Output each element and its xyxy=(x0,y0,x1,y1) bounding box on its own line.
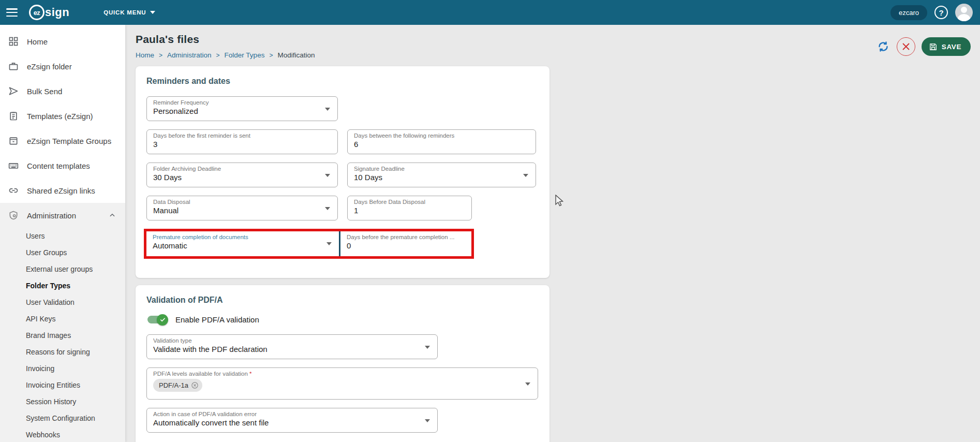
field-label: PDF/A levels available for validation * xyxy=(153,371,522,377)
chevron-down-icon xyxy=(525,382,530,386)
save-icon xyxy=(929,42,938,51)
sidebar-item-shared-links[interactable]: Shared eZsign links xyxy=(0,178,125,203)
refresh-button[interactable] xyxy=(876,39,890,54)
sidebar-item-label: Administration xyxy=(27,211,76,220)
main-content: Paula's files Home > Administration > Fo… xyxy=(125,25,980,442)
field-value: 3 xyxy=(153,140,331,149)
sidebar-item-users[interactable]: Users xyxy=(0,228,125,244)
sidebar-item-label: Content templates xyxy=(27,161,90,170)
toggle-knob xyxy=(157,314,168,326)
remove-chip-icon[interactable] xyxy=(191,381,199,389)
save-button[interactable]: SAVE xyxy=(922,37,971,56)
breadcrumb-separator: > xyxy=(269,52,273,59)
required-asterisk: * xyxy=(249,371,251,377)
quick-menu-button[interactable]: QUICK MENU xyxy=(103,9,155,16)
keyboard-icon xyxy=(8,160,19,171)
validation-type-select[interactable]: Validation type Validate with the PDF de… xyxy=(146,334,438,359)
field-value: 10 Days xyxy=(354,173,520,182)
page-actions: SAVE xyxy=(876,37,971,56)
sidebar-item-reasons-for-signing[interactable]: Reasons for signing xyxy=(0,344,125,360)
sidebar-item-bulk-send[interactable]: Bulk Send xyxy=(0,79,125,104)
sidebar-item-brand-images[interactable]: Brand Images xyxy=(0,327,125,344)
field-value: 30 Days xyxy=(153,173,322,182)
sidebar-item-user-groups[interactable]: User Groups xyxy=(0,244,125,261)
sidebar-item-templates[interactable]: Templates (eZsign) xyxy=(0,104,125,128)
field-label: Data Disposal xyxy=(153,199,322,205)
folder-archiving-deadline-select[interactable]: Folder Archiving Deadline 30 Days xyxy=(146,163,338,187)
field-value: 1 xyxy=(354,206,465,215)
field-label: Validation type xyxy=(153,337,422,344)
premature-completion-select[interactable]: Premature completion of documents Automa… xyxy=(146,231,339,256)
chevron-down-icon xyxy=(425,419,430,422)
sidebar-item-administration[interactable]: Administration xyxy=(0,203,125,228)
sidebar-item-home[interactable]: Home xyxy=(0,29,125,54)
sidebar-item-template-groups[interactable]: eZsign Template Groups xyxy=(0,128,125,153)
pdfa-error-action-select[interactable]: Action in case of PDF/A validation error… xyxy=(146,408,438,433)
logo-circle: ez xyxy=(29,5,44,20)
signature-deadline-select[interactable]: Signature Deadline 10 Days xyxy=(347,163,536,187)
sidebar-item-user-validation[interactable]: User Validation xyxy=(0,294,125,311)
sidebar-item-api-keys[interactable]: API Keys xyxy=(0,311,125,327)
chip-label: PDF/A-1a xyxy=(159,381,188,389)
chevron-down-icon xyxy=(425,346,430,349)
field-value: Personalized xyxy=(153,107,322,115)
days-between-reminders-input[interactable]: Days between the following reminders 6 xyxy=(347,129,536,154)
days-first-reminder-input[interactable]: Days before the first reminder is sent 3 xyxy=(146,129,338,154)
pdfa-card-title: Validation of PDF/A xyxy=(146,296,538,305)
sidebar-item-invoicing-entities[interactable]: Invoicing Entities xyxy=(0,377,125,393)
field-label: Premature completion of documents xyxy=(153,234,323,240)
sidebar-item-session-history[interactable]: Session History xyxy=(0,393,125,410)
sidebar-item-system-configuration[interactable]: System Configuration xyxy=(0,410,125,426)
sidebar-item-external-user-groups[interactable]: External user groups xyxy=(0,261,125,277)
field-label: Reminder Frequency xyxy=(153,99,322,106)
chevron-down-icon xyxy=(325,174,330,177)
reminder-frequency-select[interactable]: Reminder Frequency Personalized xyxy=(146,96,338,121)
breadcrumb-administration[interactable]: Administration xyxy=(167,51,212,59)
sidebar-item-folder-types[interactable]: Folder Types xyxy=(0,277,125,294)
hamburger-menu-icon[interactable] xyxy=(6,8,18,17)
link-icon xyxy=(8,185,19,196)
breadcrumb-folder-types[interactable]: Folder Types xyxy=(225,51,265,59)
chevron-up-icon xyxy=(109,212,116,219)
sidebar-item-label: Templates (eZsign) xyxy=(27,112,93,121)
help-icon[interactable]: ? xyxy=(934,6,948,19)
chevron-down-icon xyxy=(150,11,155,14)
breadcrumb-separator: > xyxy=(159,52,162,59)
pdfa-levels-select[interactable]: PDF/A levels available for validation * … xyxy=(146,367,538,400)
pdfa-level-chip[interactable]: PDF/A-1a xyxy=(153,379,202,392)
field-label: Signature Deadline xyxy=(354,166,520,172)
sidebar-item-invoicing[interactable]: Invoicing xyxy=(0,360,125,377)
data-disposal-select[interactable]: Data Disposal Manual xyxy=(146,196,338,220)
close-button[interactable] xyxy=(897,37,915,56)
toggle-label: Enable PDF/A validation xyxy=(175,315,259,324)
sidebar-item-webhooks[interactable]: Webhooks xyxy=(0,426,125,442)
field-label: Action in case of PDF/A validation error xyxy=(153,411,422,417)
field-label: Days before the first reminder is sent xyxy=(153,132,331,139)
pdfa-card: Validation of PDF/A Enable PDF/A validat… xyxy=(136,285,550,442)
sidebar-item-label: Shared eZsign links xyxy=(27,186,95,195)
days-before-premature-input[interactable]: Days before the premature completion ...… xyxy=(339,231,471,256)
chevron-down-icon xyxy=(325,207,330,210)
breadcrumb-separator: > xyxy=(216,52,220,59)
field-value: Automatically convert the sent file xyxy=(153,418,422,427)
top-app-bar: ez sign QUICK MENU ezcaro ? xyxy=(0,0,980,25)
check-icon xyxy=(160,317,166,322)
save-button-label: SAVE xyxy=(942,43,961,51)
breadcrumb: Home > Administration > Folder Types > M… xyxy=(136,51,980,59)
dashboard-icon xyxy=(8,36,19,47)
breadcrumb-home[interactable]: Home xyxy=(136,51,154,59)
pdfa-validation-toggle[interactable] xyxy=(147,316,167,323)
reminders-card-title: Reminders and dates xyxy=(146,77,538,86)
breadcrumb-current: Modification xyxy=(277,51,315,59)
account-pill-button[interactable]: ezcaro xyxy=(890,5,927,20)
briefcase-icon xyxy=(8,61,19,71)
refresh-icon xyxy=(877,40,889,53)
archive-icon xyxy=(8,136,19,146)
chevron-down-icon xyxy=(325,108,330,111)
days-before-data-disposal-input[interactable]: Days Before Data Disposal 1 xyxy=(347,196,472,220)
shield-user-icon xyxy=(8,210,19,220)
app-window: ez sign QUICK MENU ezcaro ? Home eZsign … xyxy=(0,0,980,442)
sidebar-item-ezsign-folder[interactable]: eZsign folder xyxy=(0,54,125,79)
sidebar-item-content-templates[interactable]: Content templates xyxy=(0,153,125,178)
avatar[interactable] xyxy=(955,4,973,21)
